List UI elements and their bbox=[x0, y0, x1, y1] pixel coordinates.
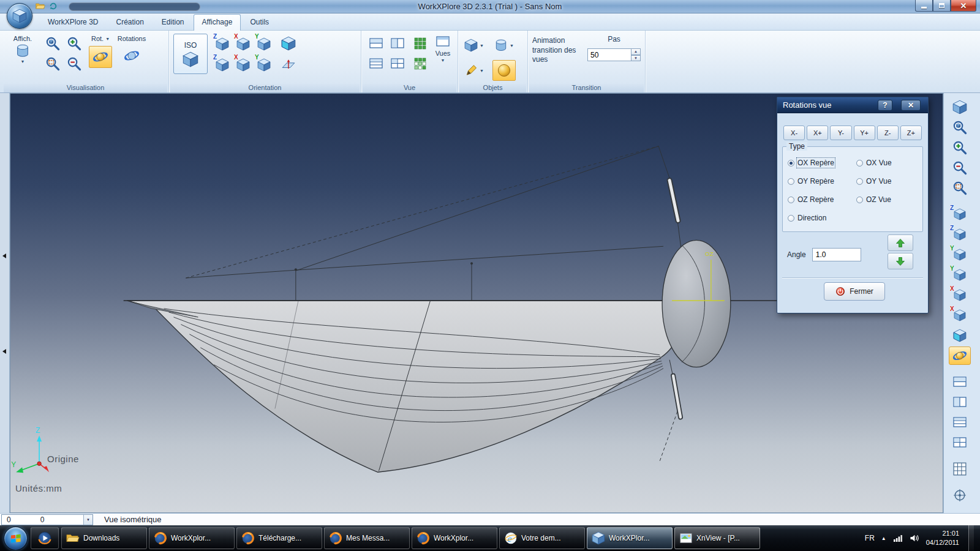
shading-button[interactable] bbox=[492, 60, 516, 81]
chevron-down-icon[interactable]: ▼ bbox=[83, 515, 92, 525]
start-button[interactable] bbox=[4, 527, 28, 550]
taskbar-item-label: WorkXplor... bbox=[171, 534, 211, 542]
affichage-button[interactable]: Affich. ▼ bbox=[7, 34, 39, 65]
taskbar-item-firefox-4[interactable]: WorkXplor... bbox=[412, 527, 497, 549]
taskbar-item-ie[interactable]: Votre dem... bbox=[499, 527, 585, 549]
split-vertical-button[interactable] bbox=[949, 393, 971, 411]
split-rows-button[interactable] bbox=[949, 413, 971, 432]
angle-input[interactable] bbox=[812, 248, 861, 261]
split-vertical-button[interactable] bbox=[387, 34, 407, 53]
dialog-help-button[interactable]: ? bbox=[878, 100, 892, 111]
fermer-button[interactable]: Fermer bbox=[824, 282, 885, 301]
view-x-minus-button[interactable]: X bbox=[233, 54, 253, 75]
view-x-plus-button[interactable]: X bbox=[233, 34, 253, 54]
tray-clock[interactable]: 21:01 04/12/2011 bbox=[926, 529, 959, 548]
radio-oz-repere[interactable]: OZ Repère bbox=[788, 195, 856, 204]
pas-input[interactable] bbox=[587, 48, 631, 61]
network-signal-icon[interactable] bbox=[893, 533, 903, 543]
vues-dropdown-button[interactable]: Vues ▼ bbox=[432, 34, 453, 64]
app-menu-button[interactable] bbox=[7, 3, 32, 29]
zoom-window-button[interactable] bbox=[42, 54, 62, 73]
volume-icon[interactable] bbox=[910, 533, 919, 543]
taskbar-wmp-button[interactable] bbox=[31, 527, 59, 549]
language-indicator[interactable]: FR bbox=[865, 534, 875, 542]
mosaic-views-alt-button[interactable] bbox=[410, 54, 430, 73]
split-quad-button[interactable] bbox=[949, 433, 971, 452]
close-button[interactable]: ✕ bbox=[951, 0, 976, 12]
zoom-in-button[interactable] bbox=[64, 34, 84, 53]
radio-oz-vue[interactable]: OZ Vue bbox=[856, 195, 891, 204]
rotate-x-plus-button[interactable]: X+ bbox=[807, 126, 828, 140]
tab-workxplore-3d[interactable]: WorkXPlore 3D bbox=[39, 14, 107, 30]
show-desktop-button[interactable] bbox=[968, 525, 974, 551]
zoom-all-button[interactable] bbox=[949, 118, 971, 137]
rotate-z-minus-button[interactable]: Z- bbox=[877, 126, 899, 140]
rot-dropdown-button[interactable]: Rot. ▼ bbox=[89, 34, 111, 43]
tab-outils[interactable]: Outils bbox=[241, 14, 277, 30]
tab-creation[interactable]: Création bbox=[107, 14, 152, 30]
rotate-y-minus-button[interactable]: Y- bbox=[830, 126, 851, 140]
radio-oy-repere[interactable]: OY Repère bbox=[788, 177, 856, 186]
taskbar-item-firefox-3[interactable]: Mes Messa... bbox=[324, 527, 410, 549]
zoom-window-button[interactable] bbox=[949, 179, 971, 197]
split-horizontal-button[interactable] bbox=[949, 373, 971, 391]
rotate-view-button[interactable] bbox=[949, 347, 971, 365]
view-z-minus-button[interactable]: Z bbox=[212, 54, 232, 75]
grid-button[interactable] bbox=[949, 460, 971, 478]
taskbar-item-firefox-1[interactable]: WorkXplor... bbox=[149, 527, 235, 549]
taskbar-item-xnview[interactable]: XnView - [P... bbox=[674, 527, 760, 549]
rotate-x-minus-button[interactable]: X- bbox=[783, 126, 805, 140]
view-z-plus-button[interactable]: Z bbox=[212, 34, 232, 54]
tray-expand-icon[interactable]: ▲ bbox=[881, 536, 886, 541]
section-compass-button[interactable] bbox=[949, 486, 971, 504]
view-y-minus-button[interactable]: Y bbox=[254, 54, 274, 75]
coordinates-dropdown[interactable]: 0 0 ▼ bbox=[1, 514, 93, 525]
left-splitter-strip[interactable] bbox=[0, 93, 10, 513]
sketch-display-button[interactable]: ▼ bbox=[462, 62, 491, 78]
solid-display-button[interactable]: ▼ bbox=[462, 37, 491, 53]
view-face-button[interactable] bbox=[278, 34, 298, 53]
pas-spin-down[interactable]: ▼ bbox=[631, 55, 641, 62]
radio-oy-vue[interactable]: OY Vue bbox=[856, 177, 891, 186]
zoom-out-button[interactable] bbox=[64, 54, 84, 73]
view-z-minus-button[interactable]: Z bbox=[949, 225, 971, 244]
angle-decrease-button[interactable] bbox=[888, 253, 913, 269]
angle-increase-button[interactable] bbox=[888, 234, 913, 251]
view-x-plus-button[interactable]: X bbox=[949, 286, 971, 304]
minimize-button[interactable] bbox=[915, 0, 933, 12]
view-y-plus-button[interactable]: Y bbox=[949, 246, 971, 264]
radio-ox-vue[interactable]: OX Vue bbox=[856, 159, 892, 167]
view-y-plus-button[interactable]: Y bbox=[254, 34, 274, 54]
tab-edition[interactable]: Edition bbox=[153, 14, 193, 30]
iso-view-button[interactable]: ISO bbox=[173, 34, 208, 74]
pas-spin-up[interactable]: ▲ bbox=[631, 48, 641, 55]
split-quad-button[interactable] bbox=[387, 54, 407, 73]
view-x-minus-button[interactable]: X bbox=[949, 306, 971, 324]
iso-view-button[interactable] bbox=[949, 326, 971, 345]
view-z-plus-button[interactable]: Z bbox=[949, 205, 971, 223]
view-y-minus-button[interactable]: Y bbox=[949, 266, 971, 284]
rotate-view-button[interactable] bbox=[89, 46, 112, 68]
radio-ox-repere[interactable]: OX Repère bbox=[788, 159, 856, 167]
taskbar-item-firefox-2[interactable]: Télécharge... bbox=[236, 527, 322, 549]
maximize-button[interactable] bbox=[933, 0, 951, 12]
zoom-out-button[interactable] bbox=[949, 159, 971, 177]
rotate-z-plus-button[interactable]: Z+ bbox=[900, 126, 922, 140]
z-axis-label: Z bbox=[36, 426, 40, 435]
rotations-dialog-button[interactable]: Rotations bbox=[117, 34, 146, 43]
split-horizontal-button[interactable] bbox=[366, 34, 386, 53]
tab-affichage[interactable]: Affichage bbox=[194, 14, 241, 31]
view-normal-to-plane-button[interactable] bbox=[278, 54, 298, 74]
dialog-close-icon[interactable]: ✕ bbox=[901, 100, 921, 111]
rotations-tool-button[interactable] bbox=[120, 45, 143, 67]
split-rows-button[interactable] bbox=[366, 54, 386, 73]
taskbar-item-downloads[interactable]: Downloads bbox=[61, 527, 147, 549]
zoom-in-button[interactable] bbox=[949, 138, 971, 157]
zoom-all-button[interactable] bbox=[42, 34, 62, 53]
radio-direction[interactable]: Direction bbox=[788, 214, 856, 222]
view-cube-button[interactable] bbox=[949, 98, 971, 116]
rotate-y-plus-button[interactable]: Y+ bbox=[854, 126, 875, 140]
taskbar-item-workxplore[interactable]: WorkXPlor... bbox=[587, 527, 673, 549]
mosaic-views-button[interactable] bbox=[410, 34, 430, 53]
cylinder-display-button[interactable]: ▼ bbox=[492, 37, 521, 53]
